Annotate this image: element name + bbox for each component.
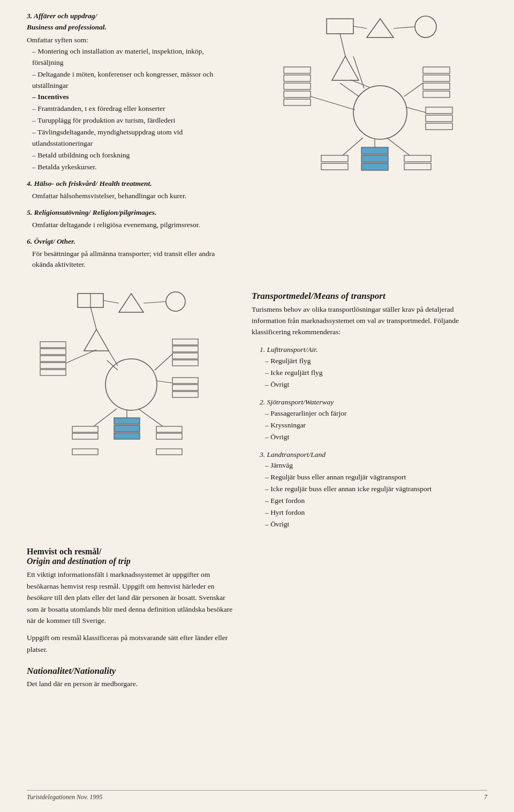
list-item: Icke reguljär buss eller annan icke regu… xyxy=(265,484,487,495)
list-item: Reguljärt flyg xyxy=(265,356,487,367)
section-5-sv: 5. Religionsutövning/ xyxy=(27,208,90,216)
section-5-body: Omfattar deltagande i religiösa eveneman… xyxy=(32,220,236,231)
svg-rect-57 xyxy=(114,433,140,439)
transport-sub-2-heading: 2. Sjötransport/Waterway xyxy=(260,397,487,408)
svg-rect-52 xyxy=(172,378,198,384)
left-column: 3. Affärer och uppdrag/ Business and pro… xyxy=(27,11,236,275)
svg-rect-13 xyxy=(423,75,450,81)
nationalitet-body: Det land där en person är medborgare. xyxy=(27,678,236,690)
nationalitet-heading: Nationalitet/Nationality xyxy=(27,666,236,676)
section-6-body: För besättningar på allmänna transporter… xyxy=(32,249,236,271)
svg-rect-0 xyxy=(327,19,353,34)
svg-rect-44 xyxy=(40,363,66,369)
transport-sub-2-sv: Sjötransport/ xyxy=(267,398,305,406)
transport-sub-3: 3. Landtransport/Land Järnväg Reguljär b… xyxy=(260,449,487,530)
svg-line-66 xyxy=(107,360,118,370)
list-item: Tävlingsdeltagande, myndighetsuppdrag ut… xyxy=(32,127,236,149)
section-3: 3. Affärer och uppdrag/ Business and pro… xyxy=(27,11,236,173)
section-4: 4. Hälso- och friskvård/ Health treatmen… xyxy=(27,178,236,202)
section-3-intro: Omfattar syften som: xyxy=(27,35,236,46)
svg-rect-17 xyxy=(426,115,452,122)
svg-rect-45 xyxy=(40,370,66,375)
list-item: Övrigt xyxy=(265,379,487,390)
hemvist-body-1: Ett viktigt informationsfält i marknadss… xyxy=(27,569,236,655)
svg-rect-61 xyxy=(156,433,182,439)
svg-rect-56 xyxy=(114,425,140,432)
section-6-heading: 6. Övrigt/ Other. xyxy=(27,236,236,247)
section-3-heading-en: Business and professional. xyxy=(27,23,107,31)
list-item: Incentives xyxy=(32,92,236,103)
svg-rect-54 xyxy=(172,392,198,397)
hemvist-heading-en: Origin and destination of trip xyxy=(27,557,131,566)
transport-section: Transportmedel/Means of transport Turism… xyxy=(252,291,487,531)
svg-line-71 xyxy=(138,409,163,426)
svg-line-4 xyxy=(394,27,415,28)
svg-point-11 xyxy=(353,86,407,139)
svg-line-27 xyxy=(311,96,355,110)
svg-rect-9 xyxy=(284,99,311,106)
svg-rect-48 xyxy=(172,339,198,345)
page: 3. Affärer och uppdrag/ Business and pro… xyxy=(0,0,514,812)
list-item: Betalda yrkeskurser. xyxy=(32,162,236,173)
footer-right: 7 xyxy=(484,793,487,801)
list-item: Passagerarlinjer och färjor xyxy=(265,408,487,419)
svg-rect-12 xyxy=(423,67,450,73)
hemvist-para-1: Ett viktigt informationsfält i marknadss… xyxy=(27,569,236,627)
svg-line-39 xyxy=(103,300,119,303)
svg-marker-37 xyxy=(119,294,143,312)
transport-sub-1-sv: Lufttransport/ xyxy=(267,345,308,354)
transport-heading: Transportmedel/Means of transport xyxy=(252,291,487,302)
list-item: Deltagande i möten, konferenser och kong… xyxy=(32,69,236,92)
bottom-section: Hemvist och resmål/ Origin and destinati… xyxy=(27,547,487,690)
network-diagram-bottom xyxy=(32,291,230,468)
svg-rect-24 xyxy=(404,155,431,162)
svg-rect-6 xyxy=(284,75,311,81)
footer-left: Turistdelegationen Nov. 1995 xyxy=(27,793,102,801)
list-item: Eget fordon xyxy=(265,495,487,507)
transport-sub-2-num: 2. xyxy=(260,398,265,406)
transport-sub-2-en: Waterway xyxy=(305,398,334,406)
svg-rect-7 xyxy=(284,83,311,89)
footer: Turistdelegationen Nov. 1995 7 xyxy=(27,790,487,801)
list-item: Betald utbildning och forskning xyxy=(32,150,236,161)
transport-diagram-top xyxy=(252,13,487,196)
transport-heading-en: Means of transport xyxy=(314,291,386,301)
section-5-en: Religion/pilgrimages. xyxy=(93,208,157,216)
transport-sub-1: 1. Lufttransport/Air. Reguljärt flyg Ick… xyxy=(260,344,487,390)
network-diagram-top xyxy=(268,13,471,196)
transport-sub-1-list: Reguljärt flyg Icke reguljärt flyg Övrig… xyxy=(265,356,487,390)
svg-rect-41 xyxy=(40,342,66,348)
svg-line-67 xyxy=(155,354,172,370)
middle-left xyxy=(27,291,236,531)
svg-rect-50 xyxy=(172,353,198,359)
section-3-heading-sv: 3. Affärer och uppdrag/ xyxy=(27,12,97,20)
svg-rect-60 xyxy=(156,426,182,432)
svg-rect-15 xyxy=(423,91,450,97)
svg-line-40 xyxy=(143,302,166,303)
svg-rect-18 xyxy=(426,123,452,130)
list-item: Framträdanden, t ex föredrag eller konse… xyxy=(32,103,236,115)
svg-rect-53 xyxy=(172,385,198,390)
transport-sub-3-en: Land xyxy=(311,450,326,458)
svg-rect-22 xyxy=(321,155,348,162)
svg-rect-73 xyxy=(156,449,182,455)
list-item: Reguljär buss eller annan reguljär vägtr… xyxy=(265,472,487,483)
svg-line-35 xyxy=(340,34,345,56)
section-5-heading: 5. Religionsutövning/ Religion/pilgrimag… xyxy=(27,207,236,219)
svg-rect-55 xyxy=(114,418,140,424)
list-item: Montering och installation av materiel, … xyxy=(32,46,236,69)
transport-intro: Turismens behov av olika transportlösnin… xyxy=(252,304,487,338)
svg-line-68 xyxy=(156,381,172,383)
svg-point-2 xyxy=(415,16,436,37)
svg-point-38 xyxy=(166,292,185,311)
svg-rect-20 xyxy=(361,155,388,162)
hemvist-para-2: Uppgift om resmål klassificeras på motsv… xyxy=(27,632,236,655)
svg-rect-14 xyxy=(423,83,450,89)
transport-sub-2-list: Passagerarlinjer och färjor Kryssningar … xyxy=(265,408,487,443)
nationalitet-heading-en: Nationality xyxy=(74,666,116,676)
hemvist-heading: Hemvist och resmål/ Origin and destinati… xyxy=(27,547,236,566)
svg-rect-21 xyxy=(361,163,388,170)
svg-line-62 xyxy=(90,307,96,329)
list-item: Icke reguljärt flyg xyxy=(265,367,487,379)
right-column-top xyxy=(252,11,487,275)
